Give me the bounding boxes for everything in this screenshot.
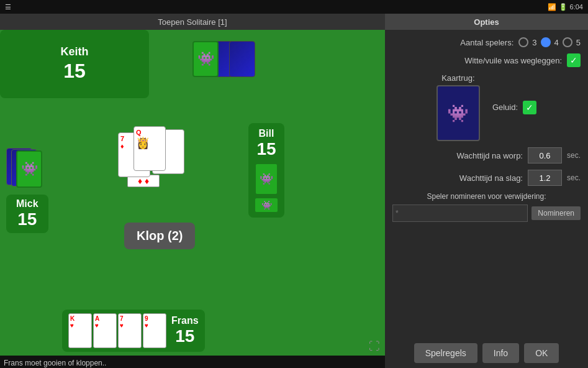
game-title: Toepen Solitaire [1] — [158, 17, 227, 27]
options-title: Opties — [474, 17, 499, 27]
option-4: 4 — [554, 38, 559, 47]
kaartrug-group: Kaartrug: 👾 — [436, 73, 480, 141]
player-bill: Bill 15 👾 👾 — [248, 123, 284, 218]
klop-button[interactable]: Klop (2) — [124, 223, 195, 249]
bill-avatar: 👾 — [255, 163, 278, 195]
kaartrug-image[interactable]: 👾 — [436, 85, 480, 141]
mick-card-stack: 👾 — [6, 148, 50, 188]
ok-button[interactable]: OK — [524, 343, 559, 363]
mick-avatar: 👾 — [16, 150, 42, 188]
card-9: 9♥ — [143, 313, 166, 348]
option-5: 5 — [576, 38, 581, 47]
nomineer-section: Speler nomineren voor verwijdering: Nomi… — [392, 192, 581, 222]
nomineer-button[interactable]: Nomineren — [531, 206, 581, 220]
wachttijd-worp-label: Wachttijd na worp: — [392, 151, 523, 160]
nomineer-input[interactable] — [392, 205, 528, 222]
kaartrug-label: Kaartrug: — [441, 73, 474, 83]
aantal-spelers-label: Aantal spelers: — [392, 38, 513, 47]
status-bar: ☰ 📶 🔋 6:04 — [0, 0, 588, 14]
card-K: K♥ — [68, 313, 92, 348]
bill-info: Bill 15 — [256, 128, 276, 159]
witte-vuile-label: Witte/vuile was wegleggen: — [392, 56, 562, 65]
wachttijd-slag-label: Wachttijd na slag: — [392, 173, 523, 183]
expand-button[interactable]: ⛶ — [369, 340, 380, 353]
wachttijd-worp-input[interactable] — [528, 147, 562, 163]
main-layout: Keith 15 👾 👾 Mick 15 7♦ — [0, 30, 588, 368]
nomineer-row: Nomineren — [392, 205, 581, 222]
nomineer-label: Speler nomineren voor verwijdering: — [392, 192, 581, 201]
bill-card-row2: 👾 — [255, 198, 278, 213]
keith-card-2 — [229, 41, 255, 77]
mick-score: 15 — [16, 209, 38, 229]
frans-name: Frans — [171, 315, 199, 326]
option-3: 3 — [532, 38, 536, 47]
bill-score: 15 — [256, 139, 276, 159]
geluid-label: Geluid: — [492, 103, 518, 112]
wachttijd-slag-unit: sec. — [567, 173, 581, 182]
geluid-row: Geluid: ✓ — [492, 101, 536, 114]
mick-name: Mick — [16, 198, 38, 209]
keith-avatar: 👾 — [192, 41, 219, 77]
signal-icon: 📶 — [548, 3, 556, 11]
frans-score: 15 — [171, 326, 199, 346]
card-Q: Q👸 — [133, 126, 166, 171]
menu-icon: ☰ — [5, 3, 11, 11]
wachttijd-slag-input[interactable] — [528, 170, 562, 186]
wachttijd-worp-unit: sec. — [567, 151, 581, 160]
player-frans: K♥ A♥ 7♥ 9♥ Frans 15 — [62, 310, 205, 352]
aantal-spelers-value: 3 4 5 — [518, 37, 581, 47]
wachttijd-slag-row: Wachttijd na slag: sec. — [392, 170, 581, 186]
kaartrug-section: Kaartrug: 👾 Geluid: ✓ — [392, 73, 581, 141]
card-A: A♥ — [93, 313, 117, 348]
witte-vuile-row: Witte/vuile was wegleggen: ✓ — [392, 53, 581, 67]
spelregels-button[interactable]: Spelregels — [414, 343, 477, 363]
info-button[interactable]: Info — [482, 343, 519, 363]
action-buttons: Spelregels Info OK — [392, 343, 581, 363]
card-7: 7♥ — [118, 313, 142, 348]
player-keith: Keith 15 — [0, 30, 149, 98]
keith-name: Keith — [61, 45, 89, 58]
radio-4[interactable] — [541, 37, 551, 47]
frans-info: Frans 15 — [171, 315, 199, 346]
keith-score: 15 — [63, 60, 86, 83]
geluid-group: Geluid: ✓ — [492, 101, 536, 114]
options-panel: Aantal spelers: 3 4 5 Witte/vuile was we… — [385, 30, 588, 368]
game-area: Keith 15 👾 👾 Mick 15 7♦ — [0, 30, 385, 368]
geluid-checkbox[interactable]: ✓ — [523, 101, 536, 114]
radio-5[interactable] — [563, 37, 572, 47]
time-display: 6:04 — [570, 3, 583, 11]
bill-cards: 👾 👾 — [255, 163, 278, 213]
aantal-spelers-row: Aantal spelers: 3 4 5 — [392, 37, 581, 47]
player-mick: Mick 15 — [6, 195, 48, 233]
witte-vuile-checkbox[interactable]: ✓ — [567, 53, 581, 67]
battery-icon: 🔋 — [559, 3, 568, 11]
wachttijd-worp-row: Wachttijd na worp: sec. — [392, 147, 581, 163]
status-message: Frans moet gooien of kloppen.. — [0, 356, 385, 368]
radio-3[interactable] — [518, 37, 528, 47]
center-cards: 7♦ Q👸 J🤴 ♦ ♦ — [118, 126, 230, 226]
frans-cards: K♥ A♥ 7♥ 9♥ — [68, 313, 166, 348]
bill-name: Bill — [256, 128, 276, 139]
